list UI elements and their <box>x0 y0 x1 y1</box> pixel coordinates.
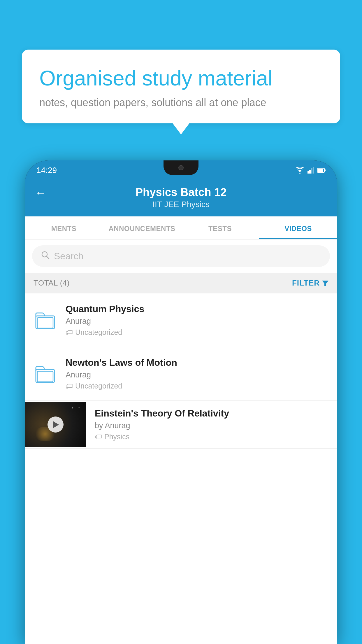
notch <box>164 160 198 175</box>
camera <box>178 165 184 170</box>
speech-bubble: Organised study material notes, question… <box>22 50 340 123</box>
item-tag: 🏷 Uncategorized <box>66 382 328 390</box>
item-tag: 🏷 Uncategorized <box>66 328 328 337</box>
svg-marker-11 <box>322 281 328 286</box>
item-title: Einstein's Theory Of Relativity <box>95 408 328 419</box>
tab-announcements[interactable]: ANNOUNCEMENTS <box>103 216 181 239</box>
svg-line-10 <box>47 256 49 259</box>
status-time: 14:29 <box>36 166 57 175</box>
total-count: TOTAL (4) <box>34 279 70 288</box>
tab-tests[interactable]: TESTS <box>181 216 259 239</box>
tag-icon: 🏷 <box>66 328 73 337</box>
search-bar[interactable]: Search <box>32 245 330 267</box>
folder-icon <box>34 309 57 332</box>
item-info: Newton's Laws of Motion Anurag 🏷 Uncateg… <box>66 357 328 390</box>
tag-icon: 🏷 <box>95 433 102 441</box>
filter-button[interactable]: FILTER <box>292 279 328 288</box>
svg-rect-13 <box>37 318 53 328</box>
hero-title: Organised study material <box>39 66 323 91</box>
svg-rect-8 <box>318 169 323 172</box>
play-triangle-icon <box>53 421 59 428</box>
tag-icon: 🏷 <box>66 382 73 390</box>
svg-rect-15 <box>37 371 53 382</box>
list-item[interactable]: ✦ · · ✦ Einstein's Theory Of Relativity … <box>25 401 337 449</box>
item-title: Newton's Laws of Motion <box>66 357 328 368</box>
item-author: Anurag <box>66 317 328 326</box>
signal-icon <box>307 167 314 174</box>
item-info: Quantum Physics Anurag 🏷 Uncategorized <box>66 304 328 337</box>
header-subtitle: IIT JEE Physics <box>152 200 210 209</box>
play-button[interactable] <box>48 416 64 433</box>
search-placeholder: Search <box>54 251 83 262</box>
stars-decoration: ✦ · · ✦ <box>71 406 80 410</box>
wifi-icon <box>296 167 304 174</box>
search-container: Search <box>25 239 337 273</box>
svg-rect-5 <box>313 167 314 174</box>
app-header: ← Physics Batch 12 IIT JEE Physics <box>25 180 337 216</box>
filter-bar: TOTAL (4) FILTER <box>25 273 337 293</box>
svg-rect-7 <box>324 169 326 171</box>
status-bar: 14:29 <box>25 160 337 180</box>
tabs-bar: MENTS ANNOUNCEMENTS TESTS VIDEOS <box>25 216 337 239</box>
search-icon <box>41 251 50 262</box>
svg-rect-3 <box>309 170 311 174</box>
svg-marker-0 <box>298 170 302 172</box>
item-title: Quantum Physics <box>66 304 328 314</box>
header-title: Physics Batch 12 <box>136 186 227 199</box>
back-button[interactable]: ← <box>35 187 46 199</box>
status-icons <box>296 167 326 174</box>
hero-subtitle: notes, question papers, solutions all at… <box>39 97 323 109</box>
phone-frame: 14:29 <box>25 160 337 644</box>
folder-icon <box>34 362 57 386</box>
item-author: by Anurag <box>95 421 328 430</box>
phone-screen: ← Physics Batch 12 IIT JEE Physics MENTS… <box>25 180 337 644</box>
item-info: Einstein's Theory Of Relativity by Anura… <box>95 401 328 448</box>
list-item[interactable]: Newton's Laws of Motion Anurag 🏷 Uncateg… <box>25 347 337 401</box>
filter-icon <box>322 281 328 286</box>
svg-rect-4 <box>311 168 312 174</box>
svg-rect-2 <box>307 171 309 174</box>
tab-videos[interactable]: VIDEOS <box>259 216 337 239</box>
tab-ments[interactable]: MENTS <box>25 216 103 239</box>
item-tag: 🏷 Physics <box>95 433 328 441</box>
item-author: Anurag <box>66 370 328 379</box>
battery-icon <box>317 168 326 173</box>
svg-point-1 <box>299 173 301 174</box>
video-thumbnail: ✦ · · ✦ <box>25 402 86 447</box>
list-item[interactable]: Quantum Physics Anurag 🏷 Uncategorized <box>25 293 337 347</box>
